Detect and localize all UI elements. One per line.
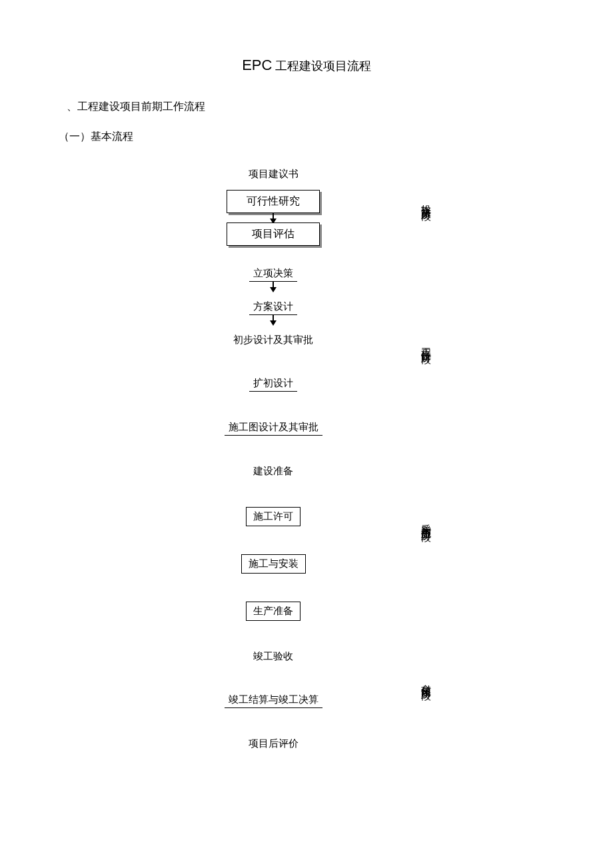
step-settlement: 竣工结算与竣工决算	[225, 692, 322, 708]
step-construction: 施工与安装	[241, 554, 306, 574]
arrow-down-icon	[273, 315, 274, 324]
title-rest: 工程建设项目流程	[272, 59, 371, 73]
step-production-prep: 生产准备	[246, 602, 301, 621]
phase-delivery: 交付使用阶段	[420, 676, 432, 684]
phase-design: 工程设计阶段	[420, 340, 432, 348]
step-post-eval: 项目后评价	[200, 736, 346, 751]
phase-investment: 投资决策阶段	[420, 197, 432, 205]
step-expand-design: 扩初设计	[249, 376, 297, 392]
step-feasibility: 可行性研究	[227, 190, 320, 213]
section-heading-1: 、工程建设项目前期工作流程	[67, 100, 205, 114]
step-scheme-design: 方案设计	[249, 299, 297, 315]
step-evaluation: 项目评估	[227, 222, 320, 246]
title-prefix: EPC	[242, 57, 272, 73]
step-decision: 立项决策	[249, 266, 297, 282]
step-permit: 施工许可	[246, 507, 301, 526]
document-title: EPC 工程建设项目流程	[0, 57, 613, 74]
section-heading-2: （一）基本流程	[59, 130, 133, 144]
step-construction-drawing: 施工图设计及其审批	[225, 420, 322, 436]
arrow-down-icon	[273, 282, 274, 291]
step-build-prep: 建设准备	[200, 464, 346, 479]
flowchart: 项目建议书 可行性研究 项目评估 立项决策 方案设计 初步设计及其审批 扩初设计…	[200, 167, 346, 751]
phase-procurement: 采购与施工阶段	[420, 516, 432, 526]
step-proposal: 项目建议书	[200, 167, 346, 182]
step-completion-accept: 竣工验收	[200, 649, 346, 664]
arrow-down-icon	[273, 213, 274, 222]
step-prelim-design: 初步设计及其审批	[200, 332, 346, 348]
